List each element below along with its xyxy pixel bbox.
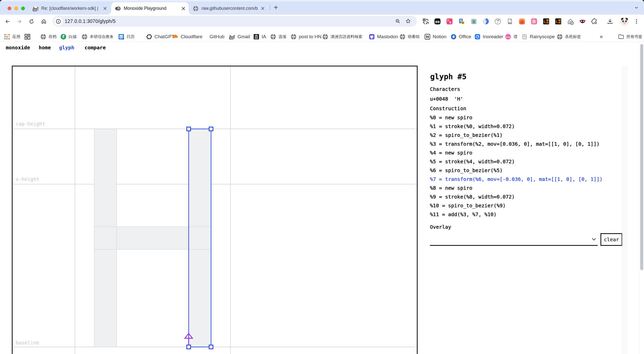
reload-icon[interactable] — [27, 15, 36, 28]
tab-raw-githubusercontent[interactable]: raw.githubusercontent.com/b — [193, 2, 268, 15]
bookmark-baimiao[interactable]: 白描 — [60, 30, 77, 44]
tab-close-icon[interactable] — [101, 5, 109, 12]
docs-download-extension-icon[interactable] — [458, 15, 465, 28]
tab-separator — [270, 5, 270, 10]
tiles-grid-icon — [24, 34, 30, 40]
bookmark-mastodon[interactable]: Mastodon — [369, 30, 398, 44]
svg-text:B: B — [532, 19, 536, 24]
apps-grid-icon — [4, 34, 10, 40]
tab-close-icon[interactable] — [259, 5, 266, 12]
glyph-canvas[interactable]: cap-height x-height baseline — [12, 66, 418, 354]
b-extension-icon[interactable]: B — [531, 15, 538, 28]
bookmark-tiles[interactable] — [24, 30, 30, 44]
document-extension-icon[interactable] — [506, 15, 513, 28]
bookmark-chatgpt[interactable]: ChatGPT — [146, 30, 174, 44]
extensions-puzzle-icon[interactable] — [591, 15, 598, 28]
palm-extension-icon[interactable] — [494, 15, 501, 28]
translate-extension-icon[interactable]: 文A — [446, 15, 453, 28]
qr-extension-icon[interactable] — [422, 15, 429, 28]
back-icon[interactable] — [4, 15, 12, 28]
close-window-button[interactable] — [8, 7, 11, 10]
menu-kebab-icon[interactable] — [633, 15, 640, 28]
construction-line: %10 = spiro_to_bezier(%9) — [430, 203, 506, 208]
url-text[interactable]: 127.0.0.1:3070/glyph/5 — [65, 16, 116, 27]
svg-text:L: L — [556, 20, 558, 24]
bookmark-gmail[interactable]: 100+ Gmail — [229, 30, 250, 44]
globe-icon — [322, 34, 328, 40]
construction-line: %4 = new spiro — [430, 150, 472, 155]
canvas-border — [12, 66, 417, 354]
site-info-icon[interactable] — [54, 17, 63, 26]
gmail-favicon-icon: 100+ — [33, 6, 39, 12]
mask-extension-icon[interactable] — [579, 15, 586, 28]
bookmark-rainyscope[interactable]: Rainyscope — [521, 30, 555, 44]
overlay-clear-button[interactable]: clear — [600, 233, 622, 246]
new-tab-button[interactable] — [272, 4, 279, 11]
bookmark-star-icon[interactable] — [406, 18, 411, 25]
s-extension-icon[interactable]: S — [470, 15, 477, 28]
address-bar[interactable]: 127.0.0.1:3070/glyph/5 — [53, 16, 417, 27]
panel-title: glyph #5 — [430, 73, 467, 81]
panda-extension-icon[interactable] — [434, 15, 441, 28]
reeder-extension-icon[interactable] — [518, 15, 526, 28]
svg-text:M: M — [118, 8, 119, 10]
globe-favicon-icon — [193, 6, 199, 12]
nav-compare[interactable]: compare — [85, 45, 106, 50]
minimize-window-button[interactable] — [14, 7, 18, 10]
profile-avatar[interactable] — [619, 15, 629, 28]
svg-text:17: 17 — [120, 35, 123, 38]
bookmark-github[interactable]: GitHub — [210, 30, 224, 44]
bookmark-all-bookmarks[interactable]: 所有书签 — [618, 30, 642, 44]
tab-close-icon[interactable] — [180, 5, 187, 12]
home-zero-extension-icon[interactable]: 0 — [567, 15, 574, 28]
bookmark-office[interactable]: Office — [451, 30, 471, 44]
svg-text:A: A — [449, 21, 451, 24]
nav-home[interactable]: home — [39, 45, 51, 50]
construction-line: %6 = spiro_to_bezier(%5) — [430, 168, 503, 173]
bookmark-xuanxiang[interactable]: 选项 — [270, 30, 287, 44]
bookmark-notion[interactable]: Notion — [424, 30, 447, 44]
nav-monoxide[interactable]: monoxide — [6, 45, 30, 50]
bookmark-manchu[interactable]: 满洲言語資料検索 — [322, 30, 362, 44]
lh-extension-icon-2[interactable]: LH — [555, 15, 562, 28]
bookmark-benyan[interactable]: 本研综合教务 — [82, 30, 114, 44]
bookmark-cundang[interactable]: 存档 — [40, 30, 57, 44]
tab-gmail[interactable]: 100+ Re: [cloudflare/workers-sdk] | — [33, 2, 109, 15]
home-icon[interactable] — [39, 15, 48, 28]
tab-monoxide-playground[interactable]: M Monoxide Playground — [115, 2, 187, 15]
tab-strip: 100+ Re: [cloudflare/workers-sdk] | M Mo… — [0, 0, 644, 15]
bookmarks-overflow-chevron[interactable]: » — [600, 30, 603, 44]
zoom-window-button[interactable] — [21, 7, 25, 10]
baseline-label: baseline — [16, 340, 39, 346]
bookmark-ia[interactable]: IA — [253, 30, 266, 44]
selection-handle-top-left — [187, 127, 191, 131]
tab-overflow-chevron-icon[interactable] — [632, 4, 641, 12]
page-scrollbar-track[interactable] — [639, 42, 644, 354]
bookmark-apps[interactable]: 应用 — [4, 30, 20, 44]
page-scrollbar-thumb[interactable] — [640, 44, 643, 270]
svg-text:100+: 100+ — [33, 9, 37, 11]
globe-icon — [291, 34, 297, 40]
notion-icon — [424, 34, 430, 40]
forward-icon[interactable] — [15, 15, 23, 28]
globe-icon — [557, 34, 563, 40]
bookmark-calendar[interactable]: 17 日历 — [118, 30, 135, 44]
bookmark-cloudflare[interactable]: Cloudflare — [172, 30, 203, 44]
bookmark-post-to-hn[interactable]: post to HN — [291, 30, 321, 44]
bookmark-inoreader[interactable]: Inoreader — [474, 30, 503, 44]
tab-title: Monoxide Playground — [124, 6, 179, 11]
construction-line: %5 = stroke(%4, width=0.072) — [430, 159, 515, 164]
glyph-shapes — [94, 129, 211, 347]
zoom-icon[interactable] — [395, 19, 400, 25]
bookmarks-bar: 应用 存档 白描 本研综合教务 17 日历 — [0, 28, 644, 42]
bookmark-shasi[interactable]: 杀死标签 — [557, 30, 581, 44]
lh-extension-icon-1[interactable]: LH — [543, 15, 550, 28]
nav-glyph[interactable]: glyph — [59, 45, 74, 50]
v-extension-icon[interactable]: V — [482, 15, 489, 28]
panel-scrollbar-track[interactable] — [622, 66, 627, 354]
downloads-icon[interactable] — [606, 15, 614, 28]
tab-title: Re: [cloudflare/workers-sdk] | — [41, 6, 101, 11]
bookmark-mengfanzu[interactable]: 萌番组 — [399, 30, 420, 44]
bookmark-pu[interactable]: osu! 谱 — [505, 30, 517, 44]
tab-title: raw.githubusercontent.com/b — [202, 6, 259, 11]
